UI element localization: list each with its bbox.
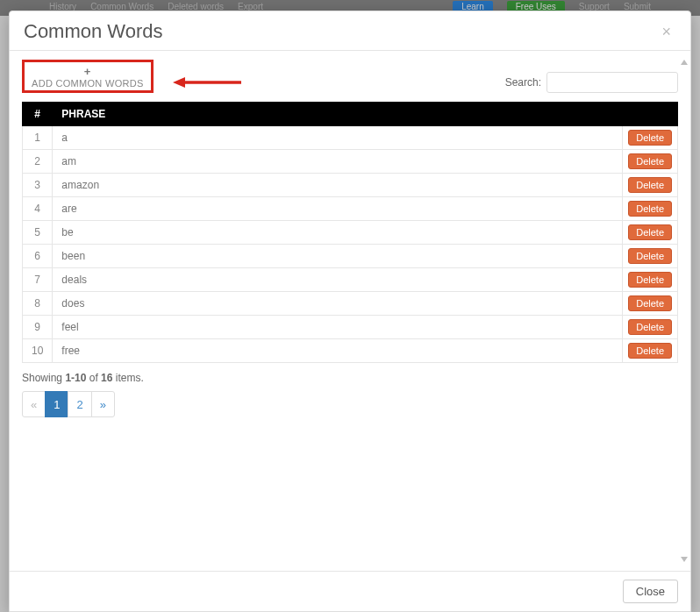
table-row: 10freeDelete (23, 339, 678, 363)
scroll-down-icon[interactable] (681, 557, 688, 562)
delete-button[interactable]: Delete (628, 295, 672, 311)
delete-button[interactable]: Delete (628, 319, 672, 335)
delete-button[interactable]: Delete (628, 153, 672, 169)
row-actions: Delete (623, 197, 678, 221)
search-input[interactable] (546, 72, 678, 93)
table-row: 4areDelete (23, 197, 678, 221)
row-number: 6 (23, 245, 53, 268)
row-actions: Delete (623, 292, 678, 316)
summary-text: Showing 1-10 of 16 items. (22, 372, 678, 384)
row-actions: Delete (623, 245, 678, 268)
plus-icon: + (32, 66, 144, 77)
col-header-number[interactable]: # (23, 103, 53, 126)
table-row: 6beenDelete (23, 245, 678, 268)
row-number: 5 (23, 221, 53, 245)
row-phrase: does (53, 292, 623, 316)
scroll-up-icon[interactable] (681, 60, 688, 65)
row-phrase: been (53, 245, 623, 268)
common-words-modal: Common Words × + ADD COMMON WORDS Search… (9, 11, 691, 612)
row-phrase: am (53, 150, 623, 174)
modal-header: Common Words × (10, 11, 690, 51)
delete-button[interactable]: Delete (628, 224, 672, 240)
row-actions: Delete (623, 174, 678, 197)
row-phrase: feel (53, 316, 623, 339)
pagination: «12» (22, 391, 678, 417)
delete-button[interactable]: Delete (628, 248, 672, 264)
delete-button[interactable]: Delete (628, 201, 672, 217)
search-label: Search: (505, 76, 541, 89)
row-phrase: free (53, 339, 623, 363)
table-row: 3amazonDelete (23, 174, 678, 197)
page-1[interactable]: 1 (45, 391, 68, 417)
table-row: 7dealsDelete (23, 268, 678, 292)
row-phrase: amazon (53, 174, 623, 197)
modal-close-button[interactable]: × (656, 23, 676, 40)
row-phrase: deals (53, 268, 623, 292)
page-2[interactable]: 2 (68, 391, 91, 417)
row-actions: Delete (623, 316, 678, 339)
scrollbar[interactable] (680, 60, 689, 562)
table-row: 2amDelete (23, 150, 678, 174)
table-row: 9feelDelete (23, 316, 678, 339)
delete-button[interactable]: Delete (628, 177, 672, 193)
annotation-arrow (173, 72, 243, 93)
col-header-actions (623, 103, 678, 126)
row-actions: Delete (623, 339, 678, 363)
svg-marker-1 (173, 77, 185, 88)
footer-close-button[interactable]: Close (623, 580, 678, 603)
add-common-words-label: ADD COMMON WORDS (32, 78, 144, 89)
delete-button[interactable]: Delete (628, 272, 672, 288)
row-actions: Delete (623, 150, 678, 174)
common-words-table: # PHRASE 1aDelete2amDelete3amazonDelete4… (22, 102, 678, 363)
table-row: 8doesDelete (23, 292, 678, 316)
arrow-left-icon (173, 74, 243, 91)
col-header-phrase[interactable]: PHRASE (53, 103, 623, 126)
row-phrase: be (53, 221, 623, 245)
row-number: 8 (23, 292, 53, 316)
row-number: 2 (23, 150, 53, 174)
page-next[interactable]: » (91, 391, 115, 417)
delete-button[interactable]: Delete (628, 130, 672, 146)
row-actions: Delete (623, 268, 678, 292)
table-row: 1aDelete (23, 126, 678, 150)
row-phrase: a (53, 126, 623, 150)
row-number: 7 (23, 268, 53, 292)
row-actions: Delete (623, 221, 678, 245)
row-actions: Delete (623, 126, 678, 150)
modal-body: + ADD COMMON WORDS Search: # PHRASE (10, 51, 690, 571)
row-number: 10 (23, 339, 53, 363)
modal-footer: Close (10, 571, 690, 611)
row-number: 4 (23, 197, 53, 221)
row-number: 1 (23, 126, 53, 150)
row-number: 3 (23, 174, 53, 197)
toolbar-row: + ADD COMMON WORDS Search: (22, 51, 678, 98)
row-number: 9 (23, 316, 53, 339)
add-common-words-button[interactable]: + ADD COMMON WORDS (22, 60, 154, 93)
modal-title: Common Words (24, 20, 163, 43)
page-prev: « (22, 391, 46, 417)
table-row: 5beDelete (23, 221, 678, 245)
delete-button[interactable]: Delete (628, 343, 672, 359)
row-phrase: are (53, 197, 623, 221)
search-wrap: Search: (505, 72, 678, 93)
